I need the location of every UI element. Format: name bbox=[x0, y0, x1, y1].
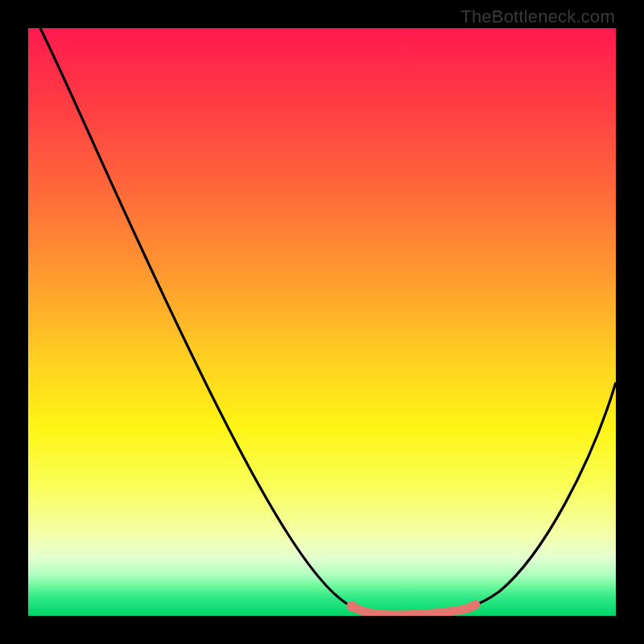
curve-highlight bbox=[352, 605, 476, 615]
curve-main bbox=[40, 28, 616, 613]
chart-frame: TheBottleneck.com bbox=[0, 0, 644, 644]
bottleneck-curve bbox=[28, 28, 616, 616]
highlight-start-dot bbox=[347, 601, 357, 612]
watermark-text: TheBottleneck.com bbox=[460, 6, 615, 27]
plot-area bbox=[28, 28, 616, 616]
